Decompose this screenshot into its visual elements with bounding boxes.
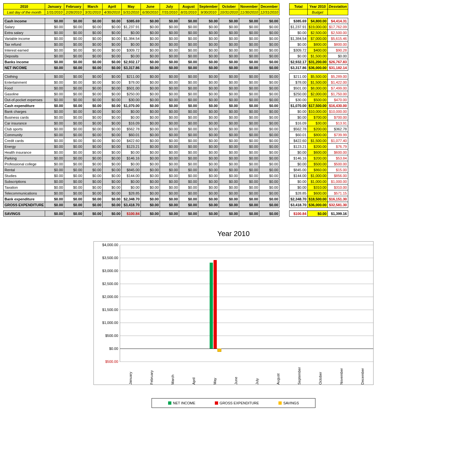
cell: $0.00 (141, 30, 160, 36)
chart-bar (210, 263, 213, 349)
cell: $0.00 (103, 24, 122, 30)
header-month: February (64, 4, 83, 9)
cell: $0.00 (122, 114, 141, 120)
cell: $0.00 (239, 47, 259, 53)
row-label: GROSS EXPENDITURE (4, 202, 45, 208)
cell: $0.00 (179, 79, 198, 85)
total-cell: $123.21 (289, 144, 308, 149)
deviation-cell: $32,581.30 (328, 202, 348, 208)
deviation-cell: $0.00 (328, 53, 348, 59)
header-date: 6/30/2010 (141, 9, 160, 15)
cell: $0.00 (198, 173, 219, 179)
cell: $0.00 (103, 144, 122, 149)
cell: $0.00 (239, 109, 259, 114)
cell: $0.00 (122, 161, 141, 167)
deviation-cell: $90.28 (328, 47, 348, 53)
cell: $0.00 (219, 53, 239, 59)
cell: $0.00 (64, 138, 83, 144)
cell: $0.00 (45, 211, 64, 217)
summary-row: $146.16$200.00$53.84 (289, 155, 348, 161)
cell: $0.00 (179, 103, 198, 109)
legend-swatch (168, 401, 171, 405)
cell: $0.00 (83, 59, 103, 65)
cell: $0.00 (64, 202, 83, 208)
table-row: Rental$0.00$0.00$0.00$0.00$845.00$0.00$0… (4, 167, 279, 173)
cell: $0.00 (239, 179, 259, 184)
cell: $0.00 (160, 179, 179, 184)
cell: $0.00 (64, 211, 83, 217)
table-row: Clothing$0.00$0.00$0.00$0.00$211.00$0.00… (4, 74, 279, 79)
cell: $0.00 (239, 144, 259, 149)
cell: $0.00 (83, 173, 103, 179)
deviation-cell: $600.00 (328, 149, 348, 155)
cell: $385.69 (122, 18, 141, 24)
cell: $0.00 (179, 24, 198, 30)
cell: $0.00 (239, 53, 259, 59)
deviation-cell: $1,399.16 (328, 211, 348, 217)
cell: $0.00 (219, 74, 239, 79)
deviation-cell: $31,182.14 (328, 65, 348, 71)
cell: $0.00 (83, 149, 103, 155)
cell: $0.00 (103, 53, 122, 59)
budget-cell: $600.00 (308, 149, 328, 155)
cell: $0.00 (179, 91, 198, 97)
cell: $0.00 (198, 47, 219, 53)
summary-header: Year 2010 (308, 4, 328, 9)
cell: $0.00 (219, 114, 239, 120)
budget-cell: $31,200.00 (308, 59, 328, 65)
total-cell: $144.00 (289, 173, 308, 179)
cell: $0.00 (259, 91, 279, 97)
cell: $0.00 (239, 65, 259, 71)
cell: $0.00 (219, 132, 239, 138)
summary-row: $0.00$500.00$500.00 (289, 161, 348, 167)
cell: $0.00 (45, 114, 64, 120)
table-row: Tax refund$0.00$0.00$0.00$0.00$0.00$0.00… (4, 42, 279, 47)
cell: $2,348.70 (122, 196, 141, 202)
cell: $0.00 (259, 126, 279, 132)
main-table: 2010JanuaryFebruaryMarchAprilMayJuneJuly… (3, 3, 279, 217)
x-tick-label: September (289, 362, 310, 385)
cell: $0.00 (198, 184, 219, 190)
cell: $0.00 (239, 42, 259, 47)
deviation-cell: $1,750.00 (328, 91, 348, 97)
cell: $0.00 (160, 91, 179, 97)
header-month: November (239, 4, 259, 9)
cell: $0.00 (160, 18, 179, 24)
cell: $0.00 (45, 79, 64, 85)
cell: $0.00 (64, 167, 83, 173)
row-label: Entertainment (4, 79, 45, 85)
summary-table: TotalYear 2010Desviation Budget $385.69$… (289, 3, 348, 217)
header-date: 3/31/2010 (83, 9, 103, 15)
budget-cell: $700.00 (308, 114, 328, 120)
cell: $0.00 (64, 30, 83, 36)
cell: $0.00 (45, 18, 64, 24)
chart-plot: $500.00$0.00$500.00$1,000.00$1,500.00$2,… (120, 245, 373, 362)
deviation-cell: $7,499.00 (328, 85, 348, 91)
cell: $0.00 (160, 190, 179, 196)
cell: $0.00 (141, 155, 160, 161)
cell: $0.00 (103, 132, 122, 138)
cell: $0.00 (198, 97, 219, 103)
total-cell: $845.00 (289, 167, 308, 173)
summary-row: $100.84$0.00$1,399.16 (289, 211, 348, 217)
cell: $0.00 (64, 103, 83, 109)
cell: $0.00 (219, 179, 239, 184)
cell: $0.00 (141, 120, 160, 126)
table-row: Bank expenditure$0.00$0.00$0.00$0.00$2,3… (4, 196, 279, 202)
table-row: Gasoline$0.00$0.00$0.00$0.00$250.00$0.00… (4, 91, 279, 97)
cell: $0.00 (64, 109, 83, 114)
cell: $0.00 (83, 97, 103, 103)
cell: $0.00 (219, 42, 239, 47)
cell: $0.00 (259, 144, 279, 149)
cell: $0.00 (239, 149, 259, 155)
cell: $0.00 (259, 59, 279, 65)
budget-cell: $1,000.00 (308, 179, 328, 184)
total-cell: $2,348.70 (289, 196, 308, 202)
x-tick-label: October (310, 362, 331, 385)
total-cell: $146.16 (289, 155, 308, 161)
cell: $0.00 (198, 196, 219, 202)
cell: $0.00 (259, 138, 279, 144)
cell: $0.00 (141, 173, 160, 179)
cell: $0.00 (259, 173, 279, 179)
cell: $0.00 (259, 120, 279, 126)
